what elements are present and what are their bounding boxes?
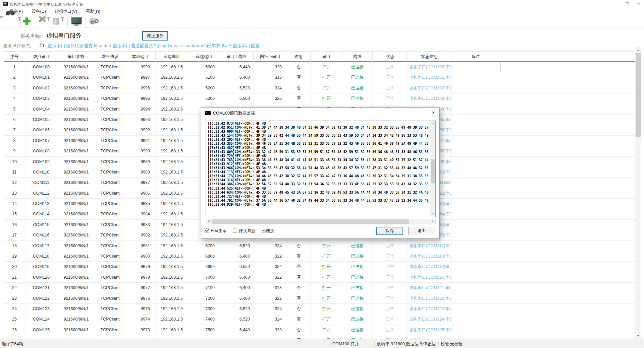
table-row[interactable]: 23COM122921600/8/N/1TCPClient9976192.168…	[4, 293, 635, 304]
cell-remark	[451, 209, 500, 219]
column-header-info[interactable]: 状态信息	[408, 52, 451, 62]
cell-remark	[451, 251, 500, 262]
cell-remote: 7200	[188, 293, 220, 304]
column-header-status[interactable]: 状态	[373, 52, 408, 62]
toolbar-separator	[86, 17, 86, 26]
close-button[interactable]: ×	[633, 0, 644, 8]
cell-addr: 192.168.1.5	[156, 167, 188, 178]
menu-help[interactable]: 帮助(H)	[83, 8, 104, 15]
menu-device[interactable]: 设备(D)	[28, 8, 50, 15]
hex-scroll-down-icon[interactable]: ▼	[430, 212, 436, 217]
cell-idx: 20	[4, 262, 25, 272]
cell-n2s: 324	[254, 314, 287, 325]
cell-com: COM119	[25, 262, 57, 272]
table-row[interactable]: 1COM100921600/8/N/1TCPClient9999192.168.…	[4, 62, 635, 72]
table-row[interactable]: 19COM118921600/8/N/1TCPClient9980192.168…	[4, 251, 635, 262]
minimize-button[interactable]: –	[610, 0, 622, 8]
cell-addr: 192.168.1.5	[156, 157, 188, 167]
hex-scroll-up-icon[interactable]: ▲	[430, 121, 436, 126]
column-header-map[interactable]: 映射	[287, 52, 311, 62]
maximize-button[interactable]: □	[622, 0, 633, 8]
service-settings-icon[interactable]	[88, 16, 102, 26]
hex-line: [10:31:43.966]COM->NET◆: 53 34 36 36 47 …	[208, 166, 429, 170]
column-header-addr[interactable]: 远端地址	[156, 52, 188, 62]
table-scrollbar[interactable]: ▲ ▼	[635, 47, 641, 339]
menu-virtual-port[interactable]: 虚拟串口(V)	[51, 8, 81, 15]
cell-map: 否	[287, 325, 311, 335]
row-filler	[500, 188, 635, 198]
table-row[interactable]: 26COM125921600/8/N/1TCPClient9973192.168…	[4, 325, 635, 335]
hex-horizontal-scrollbar[interactable]: < >	[206, 219, 436, 224]
edit-port-icon[interactable]	[37, 16, 51, 26]
cell-n2s: 320	[254, 62, 287, 72]
column-header-n2s[interactable]: 网络->串口	[254, 52, 287, 62]
column-header-params[interactable]: 串口参数	[57, 52, 95, 62]
column-header-local[interactable]: 本地端口	[125, 52, 156, 62]
cell-s2n: 6,400	[220, 283, 254, 293]
scroll-up-icon[interactable]: ▲	[635, 47, 641, 53]
dialog-close-icon[interactable]: ×	[427, 108, 439, 118]
cell-n2s: 324	[254, 262, 287, 272]
cell-params: 921600/8/N/1	[57, 241, 95, 251]
table-row[interactable]: 24COM123921600/8/N/1TCPClient9975192.168…	[4, 304, 635, 314]
statusbar-separator	[374, 340, 375, 347]
filled-diamond-icon: ◆	[250, 191, 252, 194]
cell-info: 虚拟串口(COM102)串口	[408, 83, 451, 93]
table-row[interactable]: 18COM117921600/8/N/1TCPClient9981192.168…	[4, 241, 635, 251]
column-header-filler	[500, 52, 635, 62]
dialog-title-bar[interactable]: COM100通讯数据监视 ×	[201, 108, 439, 119]
cell-remark	[451, 104, 500, 115]
column-header-net[interactable]: 网络	[342, 52, 373, 62]
monitor-data-icon[interactable]	[70, 16, 84, 26]
cell-addr: 192.168.1.5	[156, 304, 188, 314]
cell-params: 921600/8/N/1	[57, 83, 95, 93]
table-row[interactable]: 2COM101921600/8/N/1TCPClient9997192.168.…	[4, 72, 635, 83]
cell-n2s: 318	[254, 72, 287, 83]
filled-diamond-icon: ◆	[250, 182, 252, 186]
cell-status: 正常	[373, 72, 408, 83]
column-header-remote[interactable]: 远端端口	[188, 52, 220, 62]
column-header-remark[interactable]: 备注	[451, 52, 500, 62]
column-header-s2n[interactable]: 串口->网络	[220, 52, 254, 62]
save-button[interactable]: 保存	[376, 227, 403, 235]
cell-local: 9979	[125, 262, 156, 272]
table-row[interactable]: 21COM120921600/8/N/1TCPClient9978192.168…	[4, 272, 635, 283]
console-icon	[205, 111, 211, 115]
delete-port-icon[interactable]	[51, 16, 65, 26]
cell-params: 921600/8/N/1	[57, 125, 95, 135]
column-header-serial[interactable]: 串口	[311, 52, 342, 62]
hex-vertical-scrollbar[interactable]: ▲ ▼	[430, 121, 435, 217]
hollow-diamond-icon: ◇	[250, 203, 252, 206]
connection-status-label: 已连接	[262, 228, 274, 234]
stop-refresh-checkbox[interactable]	[233, 228, 237, 232]
scrollbar-thumb[interactable]	[636, 53, 641, 137]
table-row[interactable]: 3COM102921600/8/N/1TCPClient9996192.168.…	[4, 83, 635, 93]
cell-remark	[451, 262, 500, 272]
hex-log-area[interactable]: [10:31:42.873]NET->COM◇: 4F 4B[10:31:42.…	[206, 121, 436, 217]
cell-local: 9990	[125, 146, 156, 156]
hex-scroll-right-icon[interactable]: >	[430, 219, 435, 224]
column-header-idx[interactable]: 序号	[4, 52, 25, 62]
scroll-down-icon[interactable]: ▼	[635, 333, 641, 339]
cell-idx: 11	[4, 167, 25, 178]
cell-info: 虚拟串口(COM120)串口	[408, 272, 451, 283]
table-row[interactable]: 20COM119921600/8/N/1TCPClient9979192.168…	[4, 262, 635, 272]
cell-addr: 192.168.1.5	[156, 93, 188, 104]
table-row[interactable]: 22COM121921600/8/N/1TCPClient9977192.168…	[4, 283, 635, 293]
column-header-com[interactable]: 虚拟串口	[25, 52, 57, 62]
network-badge: 192	[0, 16, 4, 19]
table-row[interactable]: 25COM124921600/8/N/1TCPClient9974192.168…	[4, 314, 635, 325]
hex-vscroll-thumb[interactable]	[431, 159, 435, 183]
table-row[interactable]: 4COM103921600/8/N/1TCPClient9995192.168.…	[4, 93, 635, 104]
hex-scroll-left-icon[interactable]: <	[206, 219, 211, 224]
column-header-proto[interactable]: 网络协议	[95, 52, 125, 62]
exit-button[interactable]: 退出	[408, 227, 435, 235]
cell-addr: 192.168.1.5	[156, 209, 188, 219]
hex-hscroll-thumb[interactable]	[212, 219, 409, 224]
hex-display-checkbox[interactable]	[205, 228, 209, 232]
stop-service-button[interactable]: 停止服务	[142, 31, 168, 41]
cell-s2n: 6,520	[220, 304, 254, 314]
cell-idx: 7	[4, 125, 25, 135]
cell-remark	[451, 283, 500, 293]
table-row[interactable]: 27COM126921600/8/N/1TCPClient9972192.168…	[4, 335, 635, 339]
